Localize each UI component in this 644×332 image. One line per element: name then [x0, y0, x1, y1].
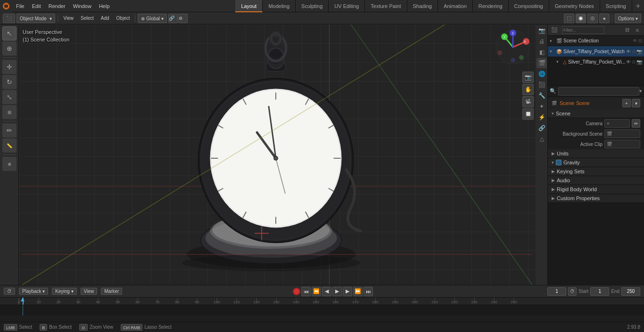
- tab-layout[interactable]: Layout: [235, 0, 263, 12]
- render-props-button[interactable]: 📷: [537, 25, 547, 36]
- physics-props-button[interactable]: ⚡: [537, 112, 547, 122]
- item1-eye[interactable]: 👁: [626, 59, 631, 65]
- play-button[interactable]: ▶: [332, 287, 342, 296]
- outliner-filter-input[interactable]: [562, 26, 604, 34]
- render-shading-button[interactable]: ●: [599, 14, 610, 23]
- outliner-item-0[interactable]: ▾ 📦 Silver_Tiffany_Pocket_Watch 👁 ⊙ 📷: [548, 46, 644, 57]
- next-frame-button[interactable]: ▶: [343, 287, 352, 296]
- outliner-filter-button[interactable]: ⊟: [622, 25, 632, 35]
- tab-sculpting[interactable]: Sculpting: [296, 0, 329, 12]
- scene-props-button[interactable]: 🎬: [537, 58, 547, 68]
- object-props-button[interactable]: ⬛: [537, 80, 547, 90]
- editor-type-button[interactable]: ⬛: [3, 14, 15, 23]
- output-props-button[interactable]: 🖨: [537, 36, 547, 47]
- options-button[interactable]: Options ▾: [615, 14, 641, 23]
- timeline-ruler[interactable]: 0 10 20 30 40 50 60 70 80 90 100 110 120: [0, 298, 644, 305]
- object-menu[interactable]: Object: [114, 14, 133, 23]
- playhead[interactable]: [23, 298, 24, 305]
- viewport-gizmo[interactable]: X Y Z: [494, 28, 532, 66]
- world-props-button[interactable]: 🌐: [537, 69, 547, 79]
- active-clip-value-field[interactable]: 🎬: [604, 140, 640, 148]
- playback-menu[interactable]: Playback ▾: [19, 288, 48, 295]
- start-frame-input[interactable]: 1: [590, 287, 609, 296]
- constraints-props-button[interactable]: 🔗: [537, 123, 547, 133]
- item1-render[interactable]: 📷: [636, 59, 642, 65]
- outliner-item-1[interactable]: ▾ △ Silver_Tiffany_Pocket_Wi... 👁 ⊙ 📷: [548, 57, 644, 67]
- proportional-edit-button[interactable]: ⊚: [178, 14, 188, 23]
- select-menu[interactable]: Select: [78, 14, 97, 23]
- current-frame-input[interactable]: 1: [547, 287, 566, 296]
- background-scene-value-field[interactable]: 🎬: [604, 130, 640, 138]
- scale-tool-button[interactable]: ⤡: [2, 90, 17, 104]
- camera-picker-button[interactable]: ✏: [632, 119, 640, 128]
- item1-expand[interactable]: ▾: [556, 59, 563, 64]
- item0-select[interactable]: ⊙: [632, 49, 636, 54]
- mode-selector[interactable]: Object Mode ▾: [17, 14, 55, 23]
- tab-uv-editing[interactable]: UV Editing: [329, 0, 365, 12]
- add-workspace-button[interactable]: +: [632, 2, 644, 10]
- view-menu[interactable]: View: [60, 14, 76, 23]
- menu-render[interactable]: Render: [45, 0, 69, 12]
- tab-texture-paint[interactable]: Texture Paint: [365, 0, 407, 12]
- tab-rendering[interactable]: Rendering: [473, 0, 509, 12]
- properties-search-input[interactable]: [558, 87, 639, 96]
- jump-end-button[interactable]: ⏭: [363, 287, 373, 296]
- local-view-button[interactable]: 🔲: [522, 108, 534, 120]
- menu-file[interactable]: File: [12, 0, 28, 12]
- tab-geometry-nodes[interactable]: Geometry Nodes: [549, 0, 600, 12]
- scene-props-menu[interactable]: ▾: [632, 99, 640, 107]
- particles-props-button[interactable]: ✦: [537, 101, 547, 112]
- solid-shading-button[interactable]: ◉: [576, 14, 586, 23]
- audio-collapse-row[interactable]: ▶ Audio: [548, 176, 644, 185]
- 3d-viewport[interactable]: User Perspective (1) Scene Collection X …: [19, 24, 536, 285]
- gravity-checkbox[interactable]: [556, 160, 561, 165]
- outliner-editor-icon[interactable]: ⬛: [550, 25, 559, 35]
- view-menu-tl[interactable]: View: [81, 288, 98, 295]
- tab-compositing[interactable]: Compositing: [509, 0, 549, 12]
- frame-timer-button[interactable]: ⏱: [568, 287, 577, 296]
- prev-frame-button[interactable]: ◀: [322, 287, 331, 296]
- next-keyframe-button[interactable]: ⏩: [353, 287, 363, 296]
- cursor-tool-button[interactable]: ⊕: [2, 41, 17, 56]
- prev-keyframe-button[interactable]: ⏪: [312, 287, 321, 296]
- gravity-collapse-row[interactable]: ▾ Gravity: [548, 158, 644, 167]
- menu-window[interactable]: Window: [69, 0, 95, 12]
- record-button[interactable]: [293, 288, 300, 295]
- rigid-body-collapse-row[interactable]: ▶ Rigid Body World: [548, 185, 644, 194]
- menu-help[interactable]: Help: [95, 0, 114, 12]
- keying-menu[interactable]: Keying ▾: [52, 288, 76, 295]
- camera-view-button[interactable]: 📷: [522, 72, 534, 83]
- filter-icon[interactable]: ⊟: [638, 38, 642, 43]
- blender-logo-icon[interactable]: [0, 0, 12, 12]
- menu-edit[interactable]: Edit: [28, 0, 45, 12]
- add-primitive-button[interactable]: ⊕: [2, 157, 17, 171]
- props-menu-button[interactable]: ▾: [639, 88, 642, 94]
- persp-ortho-button[interactable]: 📽: [522, 96, 534, 107]
- material-shading-button[interactable]: ◎: [587, 14, 598, 23]
- marker-menu[interactable]: Marker: [101, 288, 122, 295]
- move-tool-button[interactable]: ✛: [2, 60, 17, 74]
- timeline-track-area[interactable]: [0, 305, 644, 316]
- pan-view-button[interactable]: ✋: [522, 84, 534, 95]
- add-menu[interactable]: Add: [98, 14, 112, 23]
- annotate-tool-button[interactable]: ✏: [2, 123, 17, 138]
- custom-props-collapse-row[interactable]: ▶ Custom Properties: [548, 194, 644, 203]
- jump-start-button[interactable]: ⏮: [301, 287, 311, 296]
- item0-render[interactable]: 📷: [636, 49, 642, 54]
- camera-value-field[interactable]: ■: [604, 119, 630, 128]
- item0-expand[interactable]: ▾: [550, 49, 556, 54]
- scene-collection-expand[interactable]: ▾: [550, 39, 556, 43]
- outliner-sort-button[interactable]: ≡: [633, 25, 642, 35]
- scene-collection-row[interactable]: ▾ 🎬 Scene Collection 👁 ⊟: [548, 36, 644, 46]
- select-tool-button[interactable]: ↖: [2, 26, 17, 40]
- editor-type-tl-button[interactable]: ⏱: [4, 288, 15, 295]
- object-data-props-button[interactable]: △: [537, 134, 547, 144]
- rotate-tool-button[interactable]: ↻: [2, 75, 17, 89]
- scene-collapse-row[interactable]: ▾ Scene: [548, 109, 644, 118]
- keying-sets-collapse-row[interactable]: ▶ Keying Sets: [548, 167, 644, 176]
- transform-tool-button[interactable]: ⊞: [2, 105, 17, 119]
- modifier-props-button[interactable]: 🔧: [537, 90, 547, 101]
- snap-button[interactable]: 🔗: [168, 14, 178, 23]
- item0-eye[interactable]: 👁: [626, 49, 631, 54]
- transform-selector[interactable]: ⊕ Global ▾: [138, 14, 166, 23]
